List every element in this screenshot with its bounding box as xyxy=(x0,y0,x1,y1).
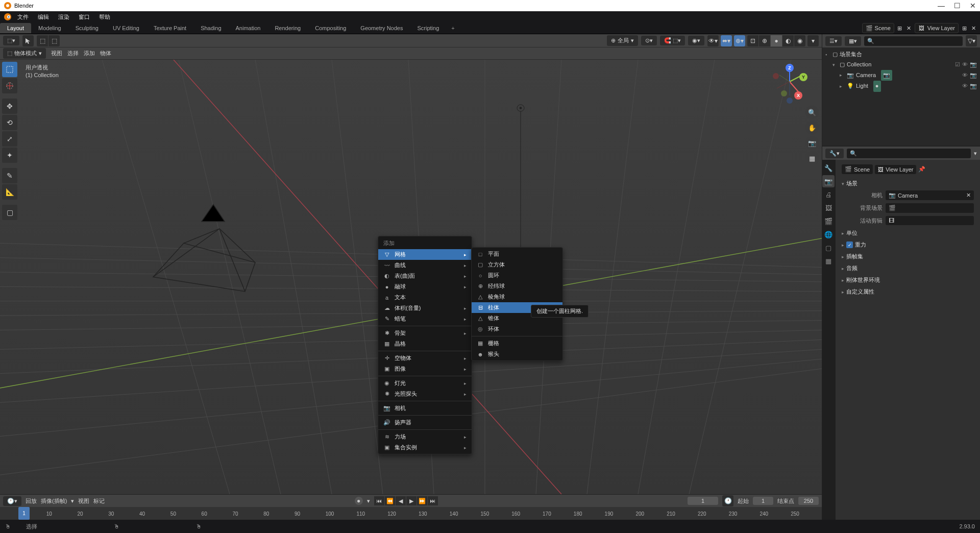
add-menu-item[interactable]: ▣图像▸ xyxy=(378,364,472,374)
tl-marker[interactable]: 标记 xyxy=(93,497,105,505)
close-button[interactable]: ✕ xyxy=(970,2,976,10)
add-menu-item[interactable]: ✛空物体▸ xyxy=(378,353,472,364)
tl-play[interactable]: ▶ xyxy=(406,496,416,505)
gizmo-neg-z[interactable] xyxy=(787,98,793,104)
tab-sculpting[interactable]: Sculpting xyxy=(68,23,106,33)
timeline-playhead[interactable]: 1 xyxy=(18,507,30,520)
mesh-menu-item[interactable]: △棱角球 xyxy=(472,292,562,302)
props-options[interactable]: ▾ xyxy=(974,150,977,157)
outliner-search[interactable]: 🔍 xyxy=(864,36,963,46)
ptab-scene[interactable]: 🎬 xyxy=(822,215,835,227)
add-menu-item[interactable]: ▣集合实例▸ xyxy=(378,442,472,453)
outliner-collection[interactable]: ▾ ▢ Collection ☑👁📷 xyxy=(825,60,977,70)
add-menu-item[interactable]: ▽网格▸ xyxy=(378,249,472,260)
minimize-button[interactable]: — xyxy=(938,2,945,10)
visibility-toggle[interactable]: 👁▾ xyxy=(707,35,719,46)
viewlayer-selector[interactable]: 🖼 View Layer xyxy=(915,23,959,33)
props-camera-field[interactable]: 📷 Camera ✕ xyxy=(886,190,974,200)
add-menu-item[interactable]: ≋力场▸ xyxy=(378,431,472,442)
mesh-menu-item[interactable]: □平面 xyxy=(472,249,562,259)
tab-geonodes[interactable]: Geometry Nodes xyxy=(353,23,410,33)
add-menu-item[interactable]: a文本 xyxy=(378,292,472,303)
props-rigidbody[interactable]: ▸刚体世界环境 xyxy=(840,275,976,285)
navigation-gizmo[interactable]: Z Y X xyxy=(772,64,807,100)
tl-jump-start[interactable]: ⏮ xyxy=(374,496,384,505)
props-bg-field[interactable]: 🎬 xyxy=(886,203,974,213)
add-menu-item[interactable]: ◉灯光▸ xyxy=(378,378,472,389)
props-scene-section[interactable]: ▾场景 xyxy=(840,178,976,189)
scene-new-button[interactable]: ⊞ xyxy=(896,25,903,32)
tl-jump-end[interactable]: ⏭ xyxy=(428,496,438,505)
ptab-tool[interactable]: 🔧 xyxy=(822,162,835,174)
tl-view[interactable]: 视图 xyxy=(78,497,89,505)
tool-select-box[interactable] xyxy=(2,62,17,77)
add-menu-item[interactable]: 〰曲线▸ xyxy=(378,260,472,271)
nav-perspective[interactable]: ▦ xyxy=(805,152,819,165)
tab-animation[interactable]: Animation xyxy=(229,23,268,33)
tl-playback[interactable]: 回放 xyxy=(26,497,37,505)
menu-edit[interactable]: 编辑 xyxy=(34,12,53,22)
gizmo-neg-x[interactable] xyxy=(773,73,779,79)
ptab-output[interactable]: 🖨 xyxy=(822,188,835,201)
mesh-menu-item[interactable]: ▢立方体 xyxy=(472,259,562,270)
outliner-display[interactable]: ▦▾ xyxy=(845,36,861,46)
props-clip-field[interactable]: 🎞 xyxy=(886,216,974,225)
vp-menu-add[interactable]: 添加 xyxy=(84,50,95,57)
add-menu-item[interactable]: ☁体积(音量)▸ xyxy=(378,303,472,313)
proportional-edit[interactable]: ◉▾ xyxy=(688,36,704,45)
orientation-selector[interactable]: ⊕ 全局 ▾ xyxy=(607,35,638,46)
timeline-ruler[interactable]: 1 10203040506070809010011012013014015016… xyxy=(0,507,822,520)
menu-help[interactable]: 帮助 xyxy=(95,12,114,22)
snap-selector[interactable]: 🧲 ⬚▾ xyxy=(660,36,685,45)
editor-type-selector[interactable]: ⬚▾ xyxy=(3,36,19,45)
props-custom[interactable]: ▸自定义属性 xyxy=(840,286,976,297)
tl-end-frame[interactable]: 250 xyxy=(798,497,819,505)
add-menu-item[interactable]: ✎蜡笔▸ xyxy=(378,313,472,324)
gizmo-toggle[interactable]: ⬌▾ xyxy=(721,35,732,46)
select-mode-1[interactable]: ⬚ xyxy=(37,35,48,46)
outliner-mode[interactable]: ☰▾ xyxy=(825,36,842,46)
mode-selector[interactable]: ⬚ 物体模式 ▾ xyxy=(3,48,46,59)
gizmo-z-axis[interactable]: Z xyxy=(786,64,794,72)
ptab-texture[interactable]: ▦ xyxy=(822,255,835,267)
add-menu-item[interactable]: 📷相机 xyxy=(378,403,472,414)
vp-menu-select[interactable]: 选择 xyxy=(67,50,79,57)
tool-move[interactable]: ✥ xyxy=(2,99,17,114)
tab-compositing[interactable]: Compositing xyxy=(308,23,353,33)
overlay-toggle[interactable]: ⊕▾ xyxy=(734,35,745,46)
scene-delete-button[interactable]: ✕ xyxy=(905,25,913,32)
tab-rendering[interactable]: Rendering xyxy=(267,23,308,33)
tab-shading[interactable]: Shading xyxy=(193,23,228,33)
gizmo-neg-y[interactable] xyxy=(781,90,787,96)
add-menu-item[interactable]: 🔊扬声器 xyxy=(378,417,472,428)
shading-rendered[interactable]: ◉ xyxy=(794,35,805,46)
tl-autokey[interactable]: ● xyxy=(355,497,363,505)
props-gravity[interactable]: ▸✓重力 xyxy=(840,239,976,250)
tool-rotate[interactable]: ⟲ xyxy=(2,115,17,130)
add-workspace-button[interactable]: + xyxy=(446,23,459,33)
add-menu-item[interactable]: ▦晶格 xyxy=(378,338,472,349)
shading-options[interactable]: ▾ xyxy=(807,35,819,46)
tool-transform[interactable]: ✦ xyxy=(2,148,17,163)
add-menu-item[interactable]: ●融球▸ xyxy=(378,281,472,292)
add-menu-item[interactable]: ✺光照探头▸ xyxy=(378,389,472,399)
shading-wireframe[interactable]: ⊕ xyxy=(759,35,770,46)
nav-pan[interactable]: ✋ xyxy=(805,121,819,134)
tl-current-frame[interactable]: 1 xyxy=(688,497,718,505)
xray-toggle[interactable]: ⊡ xyxy=(747,35,758,46)
props-units[interactable]: ▸单位 xyxy=(840,228,976,238)
outliner-scene-collection[interactable]: ▪ ▢ 场景集合 xyxy=(825,50,977,60)
props-keyingset[interactable]: ▸插帧集 xyxy=(840,251,976,262)
tool-cursor-button[interactable] xyxy=(22,35,34,46)
tool-add-cube[interactable]: ▢ xyxy=(2,205,17,220)
outliner-filter[interactable]: ▽▾ xyxy=(966,35,977,46)
scene-selector[interactable]: 🎬 Scene xyxy=(862,23,894,33)
gizmo-x-axis[interactable]: X xyxy=(794,91,802,100)
mesh-menu-item[interactable]: ○圆环 xyxy=(472,270,562,281)
viewlayer-delete-button[interactable]: ✕ xyxy=(970,25,977,32)
outliner-camera[interactable]: ▸ 📷 Camera 📷 👁📷 xyxy=(825,70,977,81)
mesh-menu-item[interactable]: ◎环体 xyxy=(472,324,562,334)
nav-zoom[interactable]: 🔍 xyxy=(805,106,819,119)
tl-jump-next-key[interactable]: ⏩ xyxy=(417,496,427,505)
ptab-viewlayer[interactable]: 🖼 xyxy=(822,202,835,214)
